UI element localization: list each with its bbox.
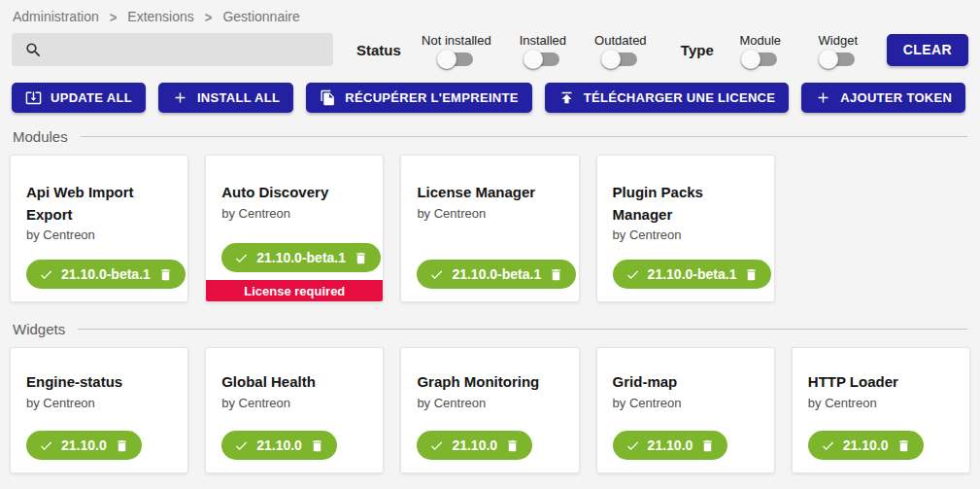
check-icon: [39, 267, 53, 282]
system-update-icon: [25, 89, 42, 106]
update-all-button[interactable]: UPDATE ALL: [12, 83, 146, 113]
toggle-outdated-switch[interactable]: [604, 52, 637, 66]
modules-section-header: Modules: [0, 120, 980, 152]
card-title: Global Health: [221, 371, 367, 394]
toggle-module-switch[interactable]: [744, 52, 777, 66]
toggle-not-installed: Not installed: [417, 33, 496, 66]
update-all-label: UPDATE ALL: [51, 90, 132, 105]
add-token-button[interactable]: AJOUTER TOKEN: [801, 83, 965, 113]
card-author: by Centreon: [26, 396, 172, 410]
version-chip[interactable]: 21.10.0: [613, 431, 728, 460]
version-label: 21.10.0: [843, 437, 889, 453]
version-label: 21.10.0: [256, 437, 302, 453]
card-author: by Centreon: [613, 396, 759, 410]
version-chip[interactable]: 21.10.0: [417, 431, 532, 460]
card-title: HTTP Loader: [808, 371, 954, 394]
trash-icon[interactable]: [896, 438, 911, 453]
module-card-license-manager[interactable]: License Manager by Centreon 21.10.0-beta…: [400, 155, 579, 302]
card-title: Engine-status: [26, 371, 172, 394]
search-box[interactable]: [12, 33, 333, 66]
toggle-outdated: Outdated: [590, 33, 652, 66]
card-title: Plugin Packs Manager: [613, 182, 759, 226]
get-fingerprint-label: RÉCUPÉRER L'EMPREINTE: [345, 90, 518, 105]
toggle-outdated-label: Outdated: [594, 33, 647, 48]
version-chip[interactable]: 21.10.0: [221, 431, 337, 460]
breadcrumb-item-gestionnaire: Gestionnaire: [222, 9, 299, 24]
trash-icon[interactable]: [158, 267, 173, 282]
version-label: 21.10.0: [452, 437, 497, 453]
widgets-section-header: Widgets: [0, 312, 980, 344]
search-icon: [24, 41, 43, 59]
version-label: 21.10.0-beta.1: [648, 266, 737, 282]
card-author: by Centreon: [417, 206, 562, 221]
version-label: 21.10.0: [61, 437, 107, 453]
filter-bar: Status Not installed Installed Outdated …: [0, 28, 980, 72]
trash-icon[interactable]: [744, 267, 759, 282]
version-chip[interactable]: 21.10.0-beta.1: [613, 260, 772, 289]
get-fingerprint-button[interactable]: RÉCUPÉRER L'EMPREINTE: [306, 83, 531, 113]
type-filter-label: Type: [681, 42, 714, 58]
card-title: Auto Discovery: [221, 182, 367, 204]
toggle-installed: Installed: [512, 33, 574, 66]
toggle-installed-switch[interactable]: [526, 52, 559, 66]
card-author: by Centreon: [808, 396, 954, 410]
breadcrumb-item-extensions[interactable]: Extensions: [127, 9, 193, 24]
add-token-label: AJOUTER TOKEN: [840, 90, 952, 105]
license-required-banner: License required: [206, 280, 383, 301]
breadcrumb-item-administration[interactable]: Administration: [13, 9, 99, 24]
version-chip[interactable]: 21.10.0-beta.1: [417, 260, 576, 289]
module-card-api-web-import-export[interactable]: Api Web Import Export by Centreon 21.10.…: [10, 155, 188, 302]
clear-button[interactable]: CLEAR: [887, 34, 968, 66]
check-icon: [429, 438, 444, 453]
modules-section-title: Modules: [13, 128, 68, 145]
toggle-widget-switch[interactable]: [822, 52, 855, 66]
version-chip[interactable]: 21.10.0: [808, 431, 924, 460]
card-title: Grid-map: [613, 371, 759, 394]
plus-icon: [815, 89, 831, 106]
actions-toolbar: UPDATE ALL INSTALL ALL RÉCUPÉRER L'EMPRE…: [0, 72, 980, 120]
version-chip[interactable]: 21.10.0: [26, 431, 142, 460]
module-card-plugin-packs-manager[interactable]: Plugin Packs Manager by Centreon 21.10.0…: [596, 155, 775, 302]
trash-icon[interactable]: [700, 438, 715, 453]
toggle-not-installed-switch[interactable]: [440, 52, 473, 66]
trash-icon[interactable]: [505, 438, 520, 453]
install-all-label: INSTALL ALL: [197, 90, 280, 105]
widget-card-grid-map[interactable]: Grid-map by Centreon 21.10.0: [596, 347, 775, 473]
widgets-grid: Engine-status by Centreon 21.10.0 Global…: [0, 344, 980, 483]
version-chip[interactable]: 21.10.0-beta.1: [26, 260, 186, 289]
status-filter-label: Status: [356, 42, 401, 58]
check-icon: [234, 251, 249, 265]
card-title: Graph Monitoring: [417, 371, 562, 394]
breadcrumb: Administration > Extensions > Gestionnai…: [0, 0, 980, 28]
module-card-auto-discovery[interactable]: Auto Discovery by Centreon 21.10.0-beta.…: [205, 155, 384, 302]
check-icon: [821, 438, 835, 453]
trash-icon[interactable]: [549, 267, 563, 282]
version-chip[interactable]: 21.10.0-beta.1: [221, 243, 381, 272]
toggle-widget-label: Widget: [819, 33, 858, 48]
widget-card-global-health[interactable]: Global Health by Centreon 21.10.0: [205, 347, 384, 473]
version-label: 21.10.0-beta.1: [452, 266, 541, 282]
check-icon: [625, 438, 640, 453]
trash-icon[interactable]: [310, 438, 324, 453]
trash-icon[interactable]: [115, 438, 129, 453]
card-author: by Centreon: [221, 396, 367, 410]
widget-card-http-loader[interactable]: HTTP Loader by Centreon 21.10.0: [792, 347, 970, 473]
upload-license-button[interactable]: TÉLÉCHARGER UNE LICENCE: [545, 83, 790, 113]
check-icon: [39, 438, 53, 453]
check-icon: [625, 267, 640, 282]
check-icon: [429, 267, 444, 282]
upload-icon: [558, 89, 575, 106]
toggle-module-label: Module: [739, 33, 781, 48]
plus-icon: [172, 89, 188, 106]
install-all-button[interactable]: INSTALL ALL: [158, 83, 293, 113]
toggle-installed-label: Installed: [520, 33, 566, 48]
trash-icon[interactable]: [354, 251, 368, 265]
modules-grid: Api Web Import Export by Centreon 21.10.…: [0, 152, 980, 312]
widgets-section-title: Widgets: [13, 321, 65, 337]
widget-card-engine-status[interactable]: Engine-status by Centreon 21.10.0: [10, 347, 188, 473]
divider: [81, 136, 967, 137]
search-input[interactable]: [51, 42, 323, 57]
card-author: by Centreon: [26, 227, 172, 242]
widget-card-graph-monitoring[interactable]: Graph Monitoring by Centreon 21.10.0: [400, 347, 579, 473]
chevron-right-icon: >: [110, 8, 118, 24]
